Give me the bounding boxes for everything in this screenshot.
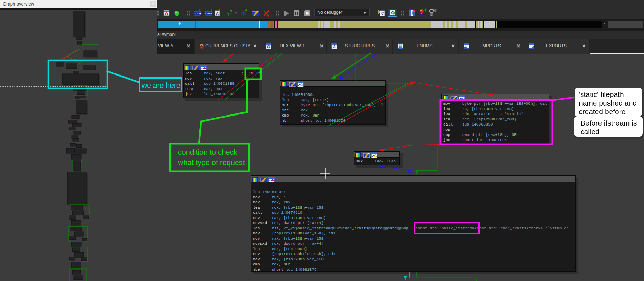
svg-text:what type of request: what type of request xyxy=(178,159,245,167)
svg-text:condition to check: condition to check xyxy=(178,148,237,157)
svg-text:Before ifstream is: Before ifstream is xyxy=(581,119,637,127)
svg-text:created before: created before xyxy=(579,108,625,116)
svg-text:'static' filepath: 'static' filepath xyxy=(579,90,624,98)
svg-text:called: called xyxy=(581,128,600,136)
svg-text:we are here: we are here xyxy=(141,81,180,89)
svg-text:name pushed and: name pushed and xyxy=(579,99,637,107)
